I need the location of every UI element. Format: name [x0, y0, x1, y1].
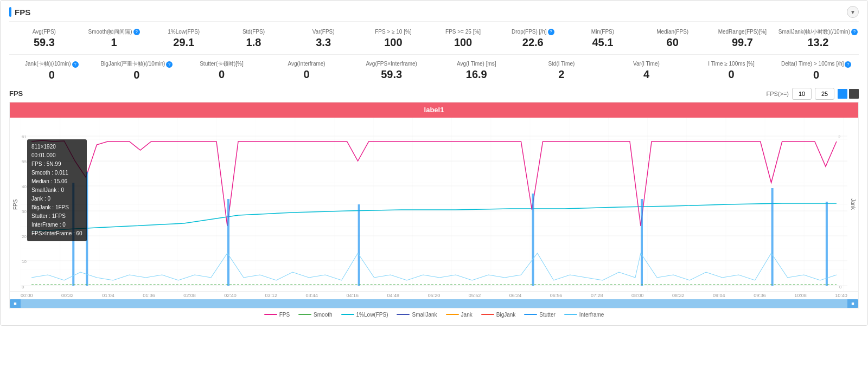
stat-value-row1-11: 13.2	[778, 36, 858, 49]
help-icon-row2-9[interactable]: ?	[845, 61, 851, 68]
stat-cell-row2-7: Var(I Time)4	[604, 58, 689, 83]
x-label-10: 05:20	[428, 293, 441, 298]
fps-threshold-input-2[interactable]	[815, 88, 834, 100]
fps-threshold-input-1[interactable]	[792, 88, 812, 100]
x-label-15: 08:00	[631, 293, 644, 298]
stat-value-row1-5: 100	[360, 36, 427, 49]
stat-label-row1-5: FPS > ≥ 10 [%]	[360, 28, 427, 35]
fps-threshold-label: FPS(>=)	[766, 91, 789, 97]
stats-divider	[9, 54, 859, 55]
y-axis-label-right: Jank	[847, 118, 858, 291]
chart-canvas-area[interactable]: 811×1920 00:01.000 FPS : 5N.99 Smooth : …	[21, 118, 847, 291]
stat-value-row1-4: 3.3	[290, 36, 358, 49]
stat-label-row1-9: Median(FPS)	[639, 28, 706, 35]
help-icon-row1-11[interactable]: ?	[851, 29, 858, 35]
panel-title-bar	[9, 7, 11, 17]
stat-label-row1-3: Std(FPS)	[220, 28, 288, 35]
stat-label-row2-2: Stutter(卡顿时)[%]	[180, 60, 263, 67]
legend-color-1	[298, 314, 311, 315]
legend-item-6: Stutter	[524, 312, 555, 318]
x-label-12: 06:24	[509, 293, 522, 298]
chart-icon-1[interactable]	[838, 89, 847, 99]
stat-label-row1-2: 1%Low(FPS)	[150, 28, 218, 35]
stats-row-2: Jank(卡帧)(/10min)?0BigJank(严重卡帧)(/10min)?…	[9, 58, 859, 83]
chart-wrapper: label1 FPS 811×1920 00:01.000 FPS : 5N.9…	[9, 102, 859, 308]
collapse-button[interactable]: ▼	[847, 6, 859, 18]
scrollbar-handle-left[interactable]: ■	[10, 299, 21, 308]
stat-cell-row2-2: Stutter(卡顿时)[%]0	[179, 58, 264, 83]
scrollbar-handle-right[interactable]: ■	[847, 299, 858, 308]
chart-header: FPS FPS(>=)	[9, 88, 859, 100]
stats-row-1: Avg(FPS)59.3Smooth(帧间间隔)?11%Low(FPS)29.1…	[9, 26, 859, 51]
stat-cell-row2-1: BigJank(严重卡帧)(/10min)?0	[94, 58, 180, 83]
help-icon-row1-7[interactable]: ?	[548, 29, 554, 35]
stat-label-row1-0: Avg(FPS)	[10, 28, 78, 35]
stat-label-row1-8: Min(FPS)	[569, 28, 637, 35]
stat-value-row2-3: 0	[265, 68, 348, 81]
panel-title: FPS	[9, 7, 30, 17]
stat-value-row1-3: 1.8	[220, 36, 288, 49]
stat-label-row1-7: Drop(FPS) [/h]?	[499, 28, 567, 35]
scrollbar-thumb	[10, 299, 858, 308]
stat-label-row2-6: Std(I Time)	[520, 60, 603, 67]
legend-color-3	[397, 314, 410, 315]
x-label-16: 08:32	[672, 293, 685, 298]
svg-text:40: 40	[22, 184, 27, 189]
legend-label-1: Smooth	[314, 312, 332, 318]
stat-value-row2-2: 0	[180, 68, 263, 81]
svg-rect-21	[532, 194, 534, 286]
chart-svg: 0 10 20 30 40 55 61 0 2	[21, 118, 847, 291]
x-axis: 00:0000:3201:0401:3602:0802:4003:1203:44…	[10, 291, 858, 299]
stat-cell-row1-11: SmallJank(帧/小时数)(/10min)?13.2	[777, 26, 859, 51]
legend-item-3: SmallJank	[397, 312, 437, 318]
help-icon-row2-0[interactable]: ?	[72, 61, 79, 68]
stat-cell-row2-8: I Time ≥ 100ms [%]0	[689, 58, 774, 83]
legend-item-2: 1%Low(FPS)	[341, 312, 388, 318]
stat-label-row1-11: SmallJank(帧/小时数)(/10min)?	[778, 28, 858, 35]
x-label-0: 00:00	[21, 293, 33, 298]
legend-item-4: Jank	[446, 312, 473, 318]
help-icon-row2-1[interactable]: ?	[166, 61, 173, 68]
stat-cell-row1-1: Smooth(帧间间隔)?1	[79, 26, 149, 51]
svg-rect-20	[358, 204, 360, 286]
svg-text:0: 0	[22, 285, 24, 290]
x-label-7: 03:44	[305, 293, 318, 298]
x-label-14: 07:28	[591, 293, 603, 298]
svg-text:61: 61	[22, 134, 27, 139]
stat-value-row1-2: 29.1	[150, 36, 218, 49]
legend-label-0: FPS	[279, 312, 290, 318]
stat-label-row2-4: Avg(FPS×Interframe)	[350, 60, 433, 67]
stat-value-row2-5: 16.9	[435, 68, 518, 81]
stat-value-row2-0: 0	[10, 69, 93, 81]
help-icon-row1-1[interactable]: ?	[133, 29, 140, 35]
svg-rect-22	[641, 199, 643, 286]
stat-value-row1-1: 1	[80, 36, 148, 49]
stat-value-row2-4: 59.3	[350, 68, 433, 81]
stat-cell-row2-3: Avg(Interframe)0	[264, 58, 349, 83]
svg-text:10: 10	[22, 259, 27, 264]
stat-cell-row1-9: Median(FPS)60	[637, 26, 707, 51]
chart-icon-2[interactable]	[849, 89, 859, 99]
stat-cell-row1-5: FPS > ≥ 10 [%]100	[359, 26, 429, 51]
stat-label-row2-5: Avg(I Time) [ms]	[435, 60, 518, 67]
chart-body: FPS 811×1920 00:01.000 FPS : 5N.99 Smoot…	[10, 118, 858, 291]
legend-color-5	[481, 314, 494, 315]
svg-text:30: 30	[22, 209, 27, 214]
stat-label-row1-1: Smooth(帧间间隔)?	[80, 28, 148, 35]
svg-text:0: 0	[839, 285, 842, 290]
stat-cell-row1-0: Avg(FPS)59.3	[9, 26, 79, 51]
stat-label-row2-7: Var(I Time)	[605, 60, 688, 67]
legend-item-1: Smooth	[298, 312, 332, 318]
chart-title: FPS	[9, 89, 23, 98]
stat-value-row2-1: 0	[95, 69, 178, 81]
x-label-2: 01:04	[102, 293, 114, 298]
svg-rect-18	[86, 172, 88, 286]
stat-label-row2-8: I Time ≥ 100ms [%]	[690, 60, 773, 67]
x-label-18: 09:36	[754, 293, 766, 298]
x-label-8: 04:16	[347, 293, 359, 298]
svg-rect-17	[72, 183, 74, 286]
x-label-1: 00:32	[61, 293, 74, 298]
stat-value-row2-7: 4	[605, 68, 688, 81]
svg-rect-19	[227, 199, 229, 286]
chart-scrollbar[interactable]: ■ ■	[10, 299, 858, 308]
